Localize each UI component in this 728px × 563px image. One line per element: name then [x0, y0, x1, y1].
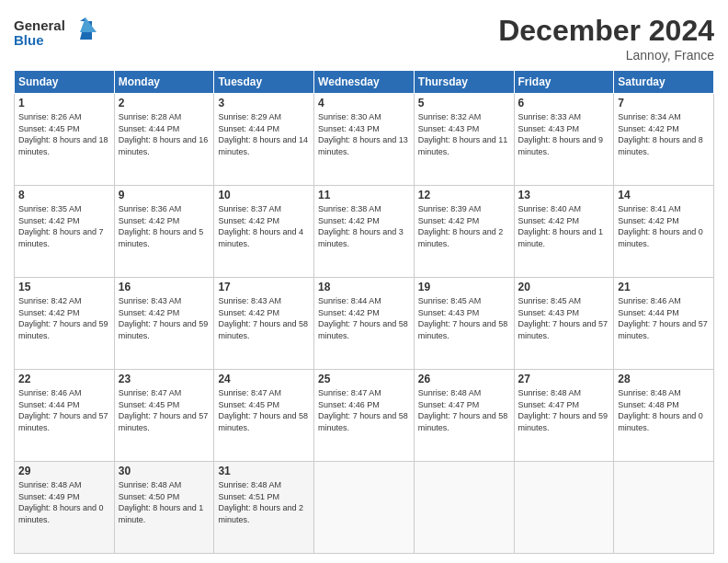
- day-info: Sunrise: 8:45 AM Sunset: 4:43 PM Dayligh…: [418, 295, 510, 341]
- daylight-label: Daylight: 8 hours and 16 minutes.: [119, 135, 209, 156]
- sunrise-label: Sunrise: 8:30 AM: [318, 112, 381, 121]
- sunset-label: Sunset: 4:42 PM: [318, 308, 380, 317]
- table-row: 29 Sunrise: 8:48 AM Sunset: 4:49 PM Dayl…: [15, 462, 714, 554]
- sunset-label: Sunset: 4:44 PM: [218, 124, 279, 133]
- day-number: 17: [218, 281, 310, 293]
- day-number: 18: [318, 281, 410, 293]
- table-cell: 31 Sunrise: 8:48 AM Sunset: 4:51 PM Dayl…: [214, 462, 314, 554]
- sunrise-label: Sunrise: 8:47 AM: [318, 388, 381, 397]
- day-info: Sunrise: 8:29 AM Sunset: 4:44 PM Dayligh…: [218, 111, 310, 157]
- table-cell: 11 Sunrise: 8:38 AM Sunset: 4:42 PM Dayl…: [314, 186, 415, 278]
- table-cell: 27 Sunrise: 8:48 AM Sunset: 4:47 PM Dayl…: [514, 370, 614, 462]
- sunrise-label: Sunrise: 8:41 AM: [618, 204, 681, 213]
- day-number: 15: [18, 281, 110, 293]
- col-friday: Friday: [514, 71, 614, 94]
- daylight-label: Daylight: 7 hours and 59 minutes.: [119, 319, 209, 340]
- daylight-label: Daylight: 7 hours and 57 minutes.: [518, 319, 609, 340]
- day-number: 6: [518, 97, 610, 109]
- day-number: 25: [318, 373, 410, 385]
- sunset-label: Sunset: 4:42 PM: [18, 308, 80, 317]
- daylight-label: Daylight: 7 hours and 58 minutes.: [418, 319, 508, 340]
- col-monday: Monday: [114, 71, 214, 94]
- day-number: 24: [218, 373, 310, 385]
- location: Lannoy, France: [498, 48, 714, 63]
- daylight-label: Daylight: 8 hours and 1 minute.: [119, 503, 204, 524]
- daylight-label: Daylight: 7 hours and 59 minutes.: [518, 411, 609, 432]
- sunset-label: Sunset: 4:46 PM: [318, 400, 380, 409]
- day-info: Sunrise: 8:33 AM Sunset: 4:43 PM Dayligh…: [518, 111, 610, 157]
- day-info: Sunrise: 8:46 AM Sunset: 4:44 PM Dayligh…: [618, 295, 710, 341]
- sunrise-label: Sunrise: 8:38 AM: [318, 204, 381, 213]
- sunrise-label: Sunrise: 8:43 AM: [218, 296, 281, 305]
- daylight-label: Daylight: 7 hours and 58 minutes.: [318, 319, 408, 340]
- sunrise-label: Sunrise: 8:43 AM: [119, 296, 182, 305]
- table-cell: [414, 462, 514, 554]
- sunrise-label: Sunrise: 8:46 AM: [18, 388, 82, 397]
- svg-text:Blue: Blue: [14, 32, 44, 48]
- table-cell: 12 Sunrise: 8:39 AM Sunset: 4:42 PM Dayl…: [414, 186, 514, 278]
- day-number: 9: [119, 189, 210, 201]
- sunrise-label: Sunrise: 8:46 AM: [618, 296, 681, 305]
- day-info: Sunrise: 8:30 AM Sunset: 4:43 PM Dayligh…: [318, 111, 410, 157]
- day-number: 14: [618, 189, 710, 201]
- sunrise-label: Sunrise: 8:29 AM: [218, 112, 281, 121]
- sunrise-label: Sunrise: 8:28 AM: [119, 112, 182, 121]
- table-row: 1 Sunrise: 8:26 AM Sunset: 4:45 PM Dayli…: [15, 94, 714, 186]
- table-cell: 14 Sunrise: 8:41 AM Sunset: 4:42 PM Dayl…: [614, 186, 714, 278]
- daylight-label: Daylight: 8 hours and 8 minutes.: [618, 135, 703, 156]
- table-cell: 8 Sunrise: 8:35 AM Sunset: 4:42 PM Dayli…: [15, 186, 115, 278]
- day-info: Sunrise: 8:37 AM Sunset: 4:42 PM Dayligh…: [218, 203, 310, 249]
- col-thursday: Thursday: [414, 71, 514, 94]
- sunset-label: Sunset: 4:43 PM: [418, 124, 480, 133]
- sunrise-label: Sunrise: 8:44 AM: [318, 296, 381, 305]
- sunrise-label: Sunrise: 8:45 AM: [518, 296, 582, 305]
- day-number: 31: [218, 465, 310, 477]
- table-row: 15 Sunrise: 8:42 AM Sunset: 4:42 PM Dayl…: [15, 278, 714, 370]
- sunset-label: Sunset: 4:42 PM: [618, 216, 679, 225]
- sunrise-label: Sunrise: 8:45 AM: [418, 296, 482, 305]
- month-title: December 2024: [498, 14, 714, 48]
- day-info: Sunrise: 8:45 AM Sunset: 4:43 PM Dayligh…: [518, 295, 610, 341]
- sunset-label: Sunset: 4:45 PM: [18, 124, 80, 133]
- day-number: 27: [518, 373, 610, 385]
- daylight-label: Daylight: 8 hours and 7 minutes.: [18, 227, 104, 248]
- day-info: Sunrise: 8:46 AM Sunset: 4:44 PM Dayligh…: [18, 387, 110, 433]
- day-info: Sunrise: 8:42 AM Sunset: 4:42 PM Dayligh…: [18, 295, 110, 341]
- day-info: Sunrise: 8:48 AM Sunset: 4:51 PM Dayligh…: [218, 479, 310, 525]
- sunset-label: Sunset: 4:42 PM: [119, 216, 180, 225]
- title-block: December 2024 Lannoy, France: [498, 14, 714, 63]
- sunset-label: Sunset: 4:47 PM: [518, 400, 580, 409]
- col-sunday: Sunday: [15, 71, 115, 94]
- day-info: Sunrise: 8:40 AM Sunset: 4:42 PM Dayligh…: [518, 203, 610, 249]
- table-cell: 25 Sunrise: 8:47 AM Sunset: 4:46 PM Dayl…: [314, 370, 415, 462]
- sunset-label: Sunset: 4:44 PM: [18, 400, 80, 409]
- day-info: Sunrise: 8:48 AM Sunset: 4:48 PM Dayligh…: [618, 387, 710, 433]
- sunset-label: Sunset: 4:42 PM: [318, 216, 380, 225]
- page: General Blue December 2024 Lannoy, Franc…: [0, 0, 728, 563]
- daylight-label: Daylight: 7 hours and 57 minutes.: [618, 319, 708, 340]
- logo-icon: General Blue: [14, 14, 97, 52]
- sunrise-label: Sunrise: 8:42 AM: [18, 296, 82, 305]
- day-number: 7: [618, 97, 710, 109]
- table-cell: 7 Sunrise: 8:34 AM Sunset: 4:42 PM Dayli…: [614, 94, 714, 186]
- sunset-label: Sunset: 4:43 PM: [418, 308, 480, 317]
- day-info: Sunrise: 8:41 AM Sunset: 4:42 PM Dayligh…: [618, 203, 710, 249]
- day-info: Sunrise: 8:48 AM Sunset: 4:47 PM Dayligh…: [418, 387, 510, 433]
- day-number: 4: [318, 97, 410, 109]
- sunrise-label: Sunrise: 8:32 AM: [418, 112, 482, 121]
- table-cell: 24 Sunrise: 8:47 AM Sunset: 4:45 PM Dayl…: [214, 370, 314, 462]
- sunset-label: Sunset: 4:42 PM: [418, 216, 480, 225]
- daylight-label: Daylight: 7 hours and 57 minutes.: [119, 411, 209, 432]
- daylight-label: Daylight: 7 hours and 58 minutes.: [318, 411, 408, 432]
- table-cell: 3 Sunrise: 8:29 AM Sunset: 4:44 PM Dayli…: [214, 94, 314, 186]
- sunset-label: Sunset: 4:48 PM: [618, 400, 679, 409]
- sunrise-label: Sunrise: 8:48 AM: [218, 480, 281, 489]
- day-number: 11: [318, 189, 410, 201]
- day-info: Sunrise: 8:36 AM Sunset: 4:42 PM Dayligh…: [119, 203, 210, 249]
- sunrise-label: Sunrise: 8:34 AM: [618, 112, 681, 121]
- daylight-label: Daylight: 8 hours and 3 minutes.: [318, 227, 404, 248]
- sunrise-label: Sunrise: 8:40 AM: [518, 204, 582, 213]
- daylight-label: Daylight: 8 hours and 18 minutes.: [18, 135, 108, 156]
- table-cell: 28 Sunrise: 8:48 AM Sunset: 4:48 PM Dayl…: [614, 370, 714, 462]
- header: General Blue December 2024 Lannoy, Franc…: [14, 14, 714, 63]
